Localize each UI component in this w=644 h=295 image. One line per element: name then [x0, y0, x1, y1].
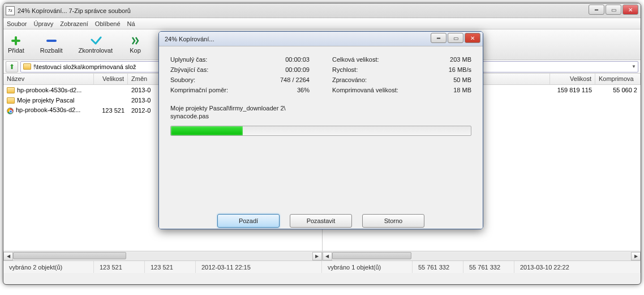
up-arrow-icon: ⬆	[9, 63, 15, 71]
status-cell: 55 761 332	[413, 261, 463, 273]
processed-label: Zpracováno:	[332, 76, 367, 83]
col-size[interactable]: Velikost	[94, 74, 128, 84]
files-label: Soubory:	[170, 76, 195, 83]
maximize-button[interactable]: ▭	[606, 5, 621, 15]
background-button[interactable]: Pozadí	[217, 214, 280, 228]
speed-label: Rychlost:	[332, 66, 358, 73]
scroll-thumb[interactable]	[13, 252, 126, 259]
pause-button[interactable]: Pozastavit	[290, 214, 352, 228]
status-cell: 123 521	[145, 261, 196, 273]
compsize-value: 18 MB	[453, 87, 471, 93]
plus-icon	[9, 36, 23, 46]
test-button[interactable]: Zkontrolovat	[79, 36, 113, 54]
total-label: Celková velikost:	[332, 56, 379, 63]
scroll-left-icon[interactable]: ◀	[3, 252, 13, 260]
status-cell: 123 521	[94, 261, 145, 273]
ratio-label: Komprimační poměr:	[170, 87, 228, 93]
menu-fav[interactable]: Oblíbené	[95, 20, 121, 27]
minus-icon	[45, 36, 58, 46]
progress-fill	[171, 126, 243, 135]
remaining-value: 00:00:09	[285, 66, 310, 73]
menu-edit[interactable]: Úpravy	[33, 20, 53, 27]
check-icon	[89, 36, 102, 46]
extract-button[interactable]: Rozbalit	[40, 36, 63, 54]
dialog-minimize-button[interactable]: ━	[431, 33, 446, 43]
copy-icon	[128, 36, 142, 46]
processed-value: 50 MB	[453, 76, 471, 83]
remaining-label: Zbývající čas:	[170, 66, 208, 73]
ratio-value: 36%	[297, 87, 310, 93]
col-size[interactable]: Velikost	[550, 74, 595, 84]
hscrollbar[interactable]: ◀ ▶	[323, 251, 641, 260]
up-button[interactable]: ⬆	[6, 61, 18, 72]
col-name[interactable]: Název	[3, 74, 94, 84]
scroll-thumb[interactable]	[332, 252, 411, 259]
status-cell: 2012-03-11 22:15	[196, 261, 322, 273]
app-icon: 7z	[6, 6, 15, 15]
dialog-maximize-button[interactable]: ▭	[448, 33, 463, 43]
total-value: 203 MB	[450, 56, 471, 63]
col-compressed[interactable]: Komprimova	[595, 74, 641, 84]
folder-icon	[23, 63, 31, 70]
main-titlebar[interactable]: 7z 24% Kopírování... 7-Zip správce soubo…	[3, 3, 641, 18]
statusbar: vybráno 2 objekt(ů) 123 521 123 521 2012…	[3, 260, 641, 273]
progress-dialog: 24% Kopírování... ━ ▭ ✕ Uplynulý čas:00:…	[158, 31, 483, 229]
speed-value: 16 MB/s	[449, 66, 471, 73]
scroll-right-icon[interactable]: ▶	[631, 252, 641, 260]
current-file: Moje projekty Pascal\firmy_downloader 2\…	[170, 104, 471, 120]
menu-file[interactable]: Soubor	[7, 20, 27, 27]
menubar: Soubor Úpravy Zobrazení Oblíbené Ná	[3, 18, 641, 29]
status-selection: vybráno 1 objekt(ů)	[322, 261, 413, 273]
menu-tools[interactable]: Ná	[127, 20, 135, 27]
hscrollbar[interactable]: ◀ ▶	[3, 251, 322, 260]
elapsed-value: 00:00:03	[285, 56, 310, 63]
files-value: 748 / 2264	[280, 76, 310, 83]
menu-view[interactable]: Zobrazení	[60, 20, 88, 27]
add-button[interactable]: Přidat	[8, 36, 24, 54]
scroll-left-icon[interactable]: ◀	[323, 252, 332, 260]
compsize-label: Komprimovaná velikost:	[332, 87, 398, 93]
dialog-titlebar[interactable]: 24% Kopírování... ━ ▭ ✕	[159, 32, 483, 46]
chevron-down-icon[interactable]: ▼	[632, 64, 636, 69]
copy-button[interactable]: Kop	[128, 36, 142, 54]
scroll-right-icon[interactable]: ▶	[312, 252, 322, 260]
status-cell: 55 761 332	[463, 261, 514, 273]
elapsed-label: Uplynulý čas:	[170, 56, 207, 63]
cancel-button[interactable]: Storno	[362, 214, 424, 228]
progress-bar	[170, 126, 471, 136]
window-title: 24% Kopírování... 7-Zip správce souborů	[18, 7, 638, 14]
chrome-icon	[7, 108, 14, 114]
folder-icon	[7, 87, 15, 93]
folder-icon	[7, 97, 15, 104]
status-cell: 2013-03-10 22:22	[514, 261, 641, 273]
status-selection: vybráno 2 objekt(ů)	[3, 261, 94, 273]
minimize-button[interactable]: ━	[589, 5, 604, 15]
dialog-close-button[interactable]: ✕	[465, 33, 480, 43]
close-button[interactable]: ✕	[622, 5, 638, 15]
